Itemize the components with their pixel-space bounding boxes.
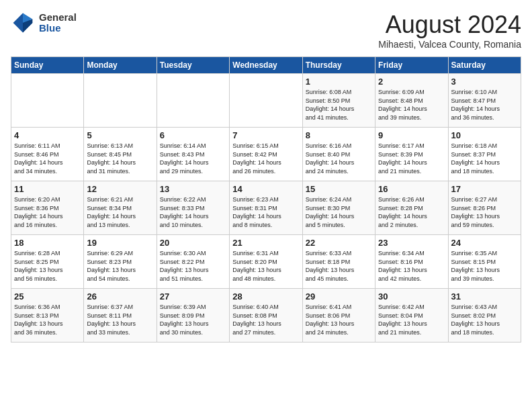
day-info: Sunrise: 6:36 AM Sunset: 8:13 PM Dayligh… [14, 303, 81, 336]
day-cell [84, 74, 157, 128]
day-cell [230, 74, 302, 128]
logo-icon [11, 11, 35, 35]
day-number: 21 [232, 238, 299, 248]
logo-text: General Blue [39, 12, 77, 34]
day-info: Sunrise: 6:39 AM Sunset: 8:09 PM Dayligh… [160, 303, 226, 336]
day-info: Sunrise: 6:27 AM Sunset: 8:26 PM Dayligh… [451, 195, 518, 229]
day-cell [11, 74, 84, 128]
logo: General Blue [11, 11, 77, 35]
day-number: 13 [160, 184, 226, 194]
day-number: 2 [378, 77, 445, 87]
day-info: Sunrise: 6:16 AM Sunset: 8:40 PM Dayligh… [306, 142, 372, 175]
day-info: Sunrise: 6:10 AM Sunset: 8:47 PM Dayligh… [451, 88, 518, 122]
day-info: Sunrise: 6:33 AM Sunset: 8:18 PM Dayligh… [306, 249, 372, 283]
day-number: 26 [87, 291, 153, 302]
day-cell: 8Sunrise: 6:16 AM Sunset: 8:40 PM Daylig… [302, 128, 375, 181]
day-number: 25 [14, 291, 81, 302]
day-cell: 25Sunrise: 6:36 AM Sunset: 8:13 PM Dayli… [11, 289, 84, 342]
day-cell: 31Sunrise: 6:43 AM Sunset: 8:02 PM Dayli… [448, 289, 521, 342]
day-number: 3 [451, 77, 518, 87]
day-info: Sunrise: 6:15 AM Sunset: 8:42 PM Dayligh… [232, 142, 299, 175]
day-info: Sunrise: 6:41 AM Sunset: 8:06 PM Dayligh… [306, 303, 372, 336]
day-info: Sunrise: 6:31 AM Sunset: 8:20 PM Dayligh… [232, 249, 299, 283]
day-number: 22 [306, 238, 372, 248]
day-info: Sunrise: 6:30 AM Sunset: 8:22 PM Dayligh… [160, 249, 226, 283]
day-info: Sunrise: 6:09 AM Sunset: 8:48 PM Dayligh… [378, 88, 445, 122]
day-cell: 28Sunrise: 6:40 AM Sunset: 8:08 PM Dayli… [230, 289, 302, 342]
day-cell: 30Sunrise: 6:42 AM Sunset: 8:04 PM Dayli… [375, 289, 448, 342]
day-number: 30 [378, 291, 445, 302]
day-info: Sunrise: 6:18 AM Sunset: 8:37 PM Dayligh… [451, 142, 518, 175]
day-info: Sunrise: 6:28 AM Sunset: 8:25 PM Dayligh… [14, 249, 81, 283]
day-header-wednesday: Wednesday [230, 57, 302, 74]
day-number: 15 [306, 184, 372, 194]
day-number: 20 [160, 238, 226, 248]
day-info: Sunrise: 6:21 AM Sunset: 8:34 PM Dayligh… [87, 195, 153, 229]
day-cell: 6Sunrise: 6:14 AM Sunset: 8:43 PM Daylig… [157, 128, 229, 181]
day-cell: 10Sunrise: 6:18 AM Sunset: 8:37 PM Dayli… [448, 128, 521, 181]
day-number: 1 [306, 77, 372, 87]
day-header-sunday: Sunday [11, 57, 84, 74]
day-cell: 11Sunrise: 6:20 AM Sunset: 8:36 PM Dayli… [11, 181, 84, 235]
title-area: August 2024 Mihaesti, Valcea County, Rom… [378, 11, 521, 50]
day-info: Sunrise: 6:35 AM Sunset: 8:15 PM Dayligh… [451, 249, 518, 283]
day-info: Sunrise: 6:42 AM Sunset: 8:04 PM Dayligh… [378, 303, 445, 336]
day-info: Sunrise: 6:14 AM Sunset: 8:43 PM Dayligh… [160, 142, 226, 175]
day-number: 23 [378, 238, 445, 248]
logo-general: General [39, 12, 77, 24]
day-cell: 16Sunrise: 6:26 AM Sunset: 8:28 PM Dayli… [375, 181, 448, 235]
day-cell: 20Sunrise: 6:30 AM Sunset: 8:22 PM Dayli… [157, 235, 229, 289]
day-number: 28 [232, 291, 299, 302]
day-info: Sunrise: 6:43 AM Sunset: 8:02 PM Dayligh… [451, 303, 518, 336]
day-number: 24 [451, 238, 518, 248]
location: Mihaesti, Valcea County, Romania [378, 39, 521, 50]
day-number: 4 [14, 130, 81, 140]
header-row: SundayMondayTuesdayWednesdayThursdayFrid… [11, 57, 521, 74]
day-number: 7 [232, 130, 299, 140]
day-cell: 15Sunrise: 6:24 AM Sunset: 8:30 PM Dayli… [302, 181, 375, 235]
week-row-5: 25Sunrise: 6:36 AM Sunset: 8:13 PM Dayli… [11, 289, 521, 342]
day-cell: 13Sunrise: 6:22 AM Sunset: 8:33 PM Dayli… [157, 181, 229, 235]
day-number: 14 [232, 184, 299, 194]
day-number: 10 [451, 130, 518, 140]
day-number: 12 [87, 184, 153, 194]
day-number: 17 [451, 184, 518, 194]
day-header-thursday: Thursday [302, 57, 375, 74]
day-cell: 1Sunrise: 6:08 AM Sunset: 8:50 PM Daylig… [302, 74, 375, 128]
day-cell: 4Sunrise: 6:11 AM Sunset: 8:46 PM Daylig… [11, 128, 84, 181]
day-cell: 9Sunrise: 6:17 AM Sunset: 8:39 PM Daylig… [375, 128, 448, 181]
day-cell: 18Sunrise: 6:28 AM Sunset: 8:25 PM Dayli… [11, 235, 84, 289]
day-number: 8 [306, 130, 372, 140]
day-number: 16 [378, 184, 445, 194]
day-info: Sunrise: 6:40 AM Sunset: 8:08 PM Dayligh… [232, 303, 299, 336]
day-header-saturday: Saturday [448, 57, 521, 74]
day-cell: 14Sunrise: 6:23 AM Sunset: 8:31 PM Dayli… [230, 181, 302, 235]
day-cell [157, 74, 229, 128]
day-cell: 2Sunrise: 6:09 AM Sunset: 8:48 PM Daylig… [375, 74, 448, 128]
day-cell: 3Sunrise: 6:10 AM Sunset: 8:47 PM Daylig… [448, 74, 521, 128]
day-info: Sunrise: 6:17 AM Sunset: 8:39 PM Dayligh… [378, 142, 445, 175]
day-number: 11 [14, 184, 81, 194]
day-cell: 12Sunrise: 6:21 AM Sunset: 8:34 PM Dayli… [84, 181, 157, 235]
day-info: Sunrise: 6:23 AM Sunset: 8:31 PM Dayligh… [232, 195, 299, 229]
month-year: August 2024 [378, 11, 521, 39]
week-row-4: 18Sunrise: 6:28 AM Sunset: 8:25 PM Dayli… [11, 235, 521, 289]
day-header-monday: Monday [84, 57, 157, 74]
day-cell: 7Sunrise: 6:15 AM Sunset: 8:42 PM Daylig… [230, 128, 302, 181]
day-cell: 22Sunrise: 6:33 AM Sunset: 8:18 PM Dayli… [302, 235, 375, 289]
day-number: 9 [378, 130, 445, 140]
day-cell: 5Sunrise: 6:13 AM Sunset: 8:45 PM Daylig… [84, 128, 157, 181]
day-info: Sunrise: 6:20 AM Sunset: 8:36 PM Dayligh… [14, 195, 81, 229]
day-number: 27 [160, 291, 226, 302]
day-cell: 21Sunrise: 6:31 AM Sunset: 8:20 PM Dayli… [230, 235, 302, 289]
day-number: 18 [14, 238, 81, 248]
day-info: Sunrise: 6:13 AM Sunset: 8:45 PM Dayligh… [87, 142, 153, 175]
day-cell: 27Sunrise: 6:39 AM Sunset: 8:09 PM Dayli… [157, 289, 229, 342]
week-row-1: 1Sunrise: 6:08 AM Sunset: 8:50 PM Daylig… [11, 74, 521, 128]
day-number: 6 [160, 130, 226, 140]
day-cell: 24Sunrise: 6:35 AM Sunset: 8:15 PM Dayli… [448, 235, 521, 289]
day-header-tuesday: Tuesday [157, 57, 229, 74]
week-row-2: 4Sunrise: 6:11 AM Sunset: 8:46 PM Daylig… [11, 128, 521, 181]
day-cell: 29Sunrise: 6:41 AM Sunset: 8:06 PM Dayli… [302, 289, 375, 342]
day-info: Sunrise: 6:08 AM Sunset: 8:50 PM Dayligh… [306, 88, 372, 122]
